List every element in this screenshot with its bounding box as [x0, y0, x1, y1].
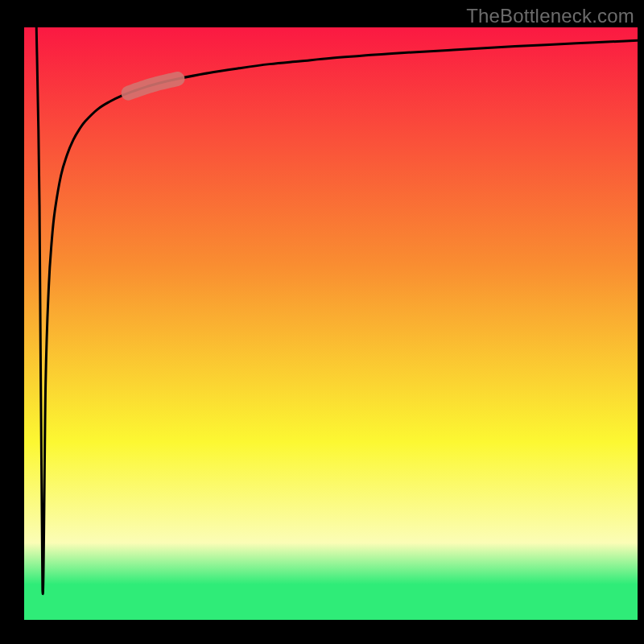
svg-rect-2: [0, 0, 24, 644]
svg-rect-3: [638, 0, 644, 644]
gradient-fill: [24, 27, 638, 620]
watermark-text: TheBottleneck.com: [466, 5, 634, 27]
chart-canvas: [0, 0, 644, 644]
svg-rect-1: [0, 620, 644, 644]
chart-stage: TheBottleneck.com: [0, 0, 644, 644]
